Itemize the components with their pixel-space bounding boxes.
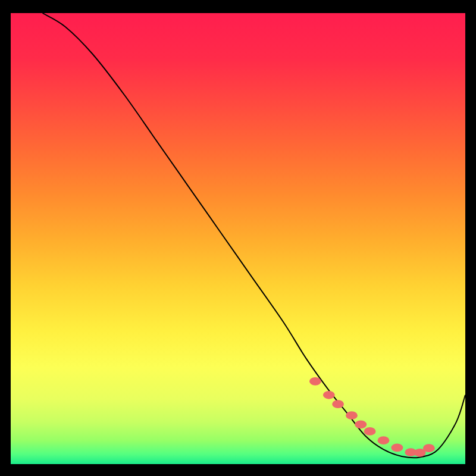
bottleneck-curve (42, 13, 465, 458)
optimal-marker (378, 436, 390, 444)
frame-right (465, 0, 476, 476)
optimal-marker (364, 427, 376, 436)
optimal-marker (346, 411, 358, 419)
optimal-marker (332, 400, 344, 408)
frame-bottom (0, 464, 476, 476)
frame-left (0, 0, 11, 476)
optimal-marker (391, 444, 403, 452)
frame-top (0, 0, 476, 13)
optimal-marker (309, 377, 321, 386)
plot-area (11, 13, 465, 464)
chart-stage: TheBottleneck.com (0, 0, 476, 476)
optimal-marker (423, 444, 435, 452)
optimal-marker (323, 391, 335, 399)
optimal-marker (355, 421, 367, 429)
curve-layer (11, 13, 465, 464)
